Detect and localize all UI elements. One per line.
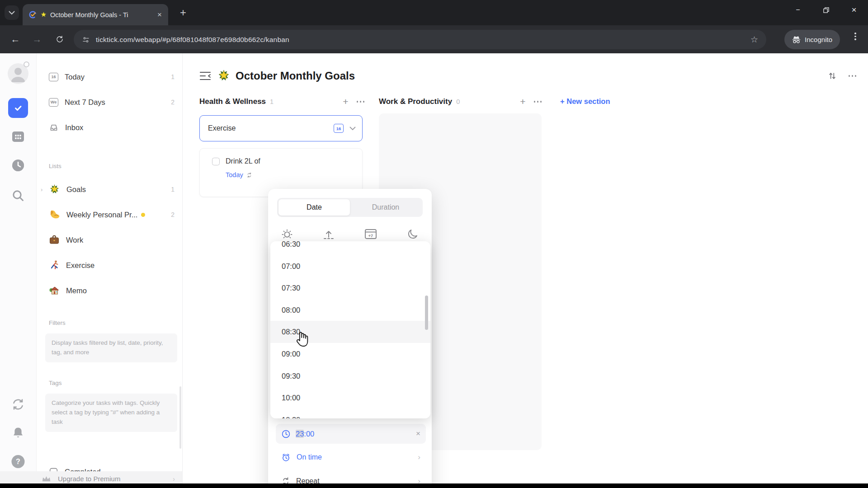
task-due-date[interactable]: Today (226, 171, 243, 178)
chevron-down-icon[interactable] (349, 127, 356, 131)
collapse-sidebar-icon[interactable] (199, 70, 211, 81)
task-checkbox[interactable] (212, 158, 220, 165)
time-option[interactable]: 06:30 (270, 241, 430, 255)
sidebar-item-label: Weekly Personal Pr... (66, 211, 137, 219)
sunrise-tomorrow-icon[interactable] (322, 227, 335, 241)
task-title-input-box[interactable]: 16 (199, 115, 363, 141)
search-icon[interactable] (11, 189, 25, 202)
ticktick-favicon (28, 10, 37, 19)
address-bar[interactable]: ticktick.com/webapp/#p/68f081048f087e698… (74, 30, 766, 49)
item-count: 2 (167, 99, 175, 106)
alarm-icon (281, 453, 291, 462)
time-option[interactable]: 07:00 (270, 255, 430, 277)
sidebar-list-work[interactable]: Work (37, 227, 182, 253)
calendar-nav-icon[interactable] (11, 130, 25, 143)
tags-section-header[interactable]: Tags (49, 380, 182, 386)
forward-button[interactable]: → (30, 32, 44, 47)
sidebar-item-label: Memo (66, 286, 87, 295)
notifications-bell-icon[interactable] (11, 426, 25, 440)
column-count: 0 (456, 98, 460, 105)
mouse-cursor (294, 331, 309, 348)
project-more-icon[interactable] (849, 75, 857, 77)
column-name: Health & Wellness (199, 97, 266, 106)
sidebar-scrollbar[interactable] (179, 386, 181, 449)
selected-time-minutes: :00 (304, 430, 314, 438)
twisty-icon[interactable]: › (41, 186, 42, 193)
sidebar-list-weekly-personal[interactable]: Weekly Personal Pr... 2 (37, 202, 182, 227)
clock-icon (281, 429, 291, 439)
column-header-work[interactable]: Work & Productivity 0 + (379, 96, 542, 107)
sort-icon[interactable] (828, 71, 837, 80)
chevron-right-icon: › (173, 475, 175, 483)
add-task-icon[interactable]: + (343, 96, 348, 107)
help-icon[interactable]: ? (12, 455, 25, 468)
time-option[interactable]: 07:30 (270, 277, 430, 299)
new-tab-button[interactable]: + (176, 5, 190, 21)
browser-tab[interactable]: October Monthly Goals - Ti × (23, 4, 168, 25)
tab-close-icon[interactable]: × (156, 10, 164, 19)
sidebar-item-label: Work (66, 236, 83, 244)
add-task-icon[interactable]: + (520, 96, 525, 107)
filters-section-header[interactable]: Filters (49, 319, 182, 326)
selected-time-row[interactable]: 23:00 × (276, 424, 426, 444)
restore-button[interactable] (812, 0, 840, 20)
column-header-health[interactable]: Health & Wellness 1 + (199, 96, 364, 107)
time-option[interactable]: 10:00 (270, 387, 430, 409)
selected-time-value: 23:00 (296, 430, 314, 438)
column-more-icon[interactable] (534, 101, 542, 103)
crown-icon (42, 475, 51, 483)
url-text: ticktick.com/webapp/#p/68f081048f087e698… (96, 36, 289, 44)
upgrade-label: Upgrade to Premium (58, 475, 120, 483)
new-section-button[interactable]: + New section (560, 97, 610, 106)
time-option[interactable]: 08:00 (270, 299, 430, 321)
column-count: 1 (270, 98, 274, 105)
clear-time-icon[interactable]: × (416, 429, 420, 438)
tab-date[interactable]: Date (278, 199, 350, 216)
tab-strip: October Monthly Goals - Ti × + − × (0, 0, 868, 25)
chevron-right-icon: › (418, 453, 420, 462)
flexed-biceps-emoji (49, 209, 60, 221)
tab-duration[interactable]: Duration (350, 199, 421, 216)
dropdown-scrollbar[interactable] (425, 296, 428, 330)
task-title-input[interactable] (208, 124, 334, 132)
reminder-label: On time (297, 453, 322, 461)
tags-description: Categorize your tasks with tags. Quickly… (45, 394, 177, 432)
sync-icon[interactable] (11, 397, 25, 412)
sidebar-item-next7days[interactable]: We Next 7 Days 2 (37, 89, 182, 115)
sidebar-list-exercise[interactable]: Exercise (37, 253, 182, 278)
column-more-icon[interactable] (357, 101, 365, 103)
lists-section-header[interactable]: Lists (49, 163, 182, 169)
item-count: 1 (167, 73, 175, 80)
sidebar-item-today[interactable]: 16 Today 1 (37, 64, 182, 89)
sidebar-item-label: Today (65, 73, 85, 81)
site-settings-icon (82, 36, 90, 44)
incognito-label: Incognito (805, 36, 832, 43)
date-duration-tabs: Date Duration (277, 198, 423, 217)
glowing-star-emoji (49, 184, 60, 195)
time-option[interactable]: 09:30 (270, 365, 430, 387)
sidebar-list-goals[interactable]: › Goals 1 (37, 177, 182, 202)
sidebar-item-label: Exercise (66, 261, 94, 270)
moon-tonight-icon[interactable] (406, 227, 420, 241)
reload-button[interactable] (52, 32, 67, 47)
calendar-plus7-icon[interactable]: +7 (363, 227, 378, 241)
sun-morning-icon[interactable] (280, 227, 294, 241)
close-window-button[interactable]: × (840, 0, 868, 20)
date-badge-icon[interactable]: 16 (334, 124, 344, 133)
bookmark-star-icon[interactable]: ☆ (750, 34, 758, 45)
minimize-button[interactable]: − (784, 0, 812, 20)
reload-icon (56, 35, 64, 43)
pomodoro-nav-icon[interactable] (11, 159, 25, 172)
back-button[interactable]: ← (8, 32, 23, 47)
sidebar-list-memo[interactable]: Memo (37, 278, 182, 303)
browser-menu-icon[interactable] (851, 33, 860, 40)
chevron-down-icon (9, 11, 15, 15)
tasks-nav-icon[interactable] (8, 98, 28, 118)
time-options-dropdown[interactable]: 06:30 07:00 07:30 08:00 08:30 09:00 09:3… (270, 241, 430, 418)
inbox-icon (49, 123, 59, 132)
sidebar-item-inbox[interactable]: Inbox (37, 115, 182, 140)
time-option[interactable]: 10:30 (270, 409, 430, 418)
tab-search-button[interactable] (5, 5, 19, 20)
reminder-row[interactable]: On time › (276, 447, 426, 467)
filters-description: Display tasks filtered by list, date, pr… (45, 333, 177, 362)
